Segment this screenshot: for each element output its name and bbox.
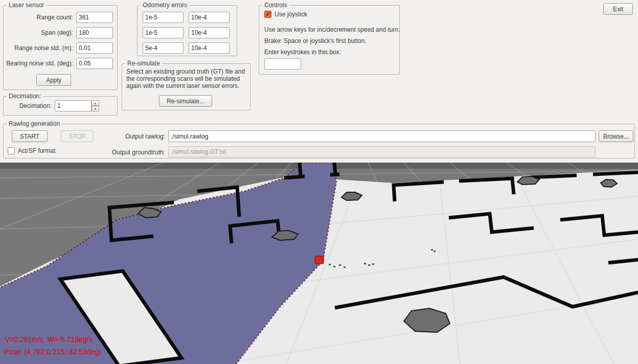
decimation-row: Decimation: ▴ ▾: [8, 100, 113, 111]
controls-group: Controls Use joystick Use arrow keys for…: [259, 5, 400, 75]
output-rawlog-label: Output rawlog:: [101, 133, 165, 140]
decimation-input[interactable]: [55, 100, 92, 111]
controls-hint-arrows: Use arrow keys for inc/decrement speed a…: [264, 26, 400, 33]
resimulate-group: Re-simulate Select an existing ground tr…: [122, 63, 250, 110]
odometry-row-3: [143, 42, 230, 54]
use-joystick-row: Use joystick: [264, 11, 307, 18]
span-row: Span (deg):: [8, 27, 113, 38]
odometry-input-1b[interactable]: [189, 12, 230, 23]
robot-simulator-window: Laser sensor Range count: Span (deg): Ra…: [0, 0, 638, 364]
bearing-noise-label: Bearing noise std. (deg):: [6, 60, 73, 67]
decimation-label: Decimation:: [8, 102, 52, 109]
output-groundtruth-input: [168, 146, 596, 157]
decimation-spinner: ▴ ▾: [92, 100, 99, 111]
odometry-input-3b[interactable]: [189, 42, 230, 54]
resimulate-button[interactable]: Re-simulate...: [159, 95, 212, 107]
range-noise-label: Range noise std. (m):: [14, 44, 73, 52]
range-noise-row: Range noise std. (m):: [8, 42, 113, 54]
apply-button[interactable]: Apply: [36, 74, 71, 86]
range-count-label: Range count:: [37, 14, 73, 21]
laser-sensor-group: Laser sensor Range count: Span (deg): Ra…: [3, 5, 118, 90]
odometry-row-1: [143, 12, 230, 23]
span-label: Span (deg):: [41, 29, 73, 36]
odometry-input-2b[interactable]: [189, 27, 230, 38]
resimulate-title: Re-simulate: [125, 60, 162, 67]
bearing-noise-row: Bearing noise std. (deg):: [8, 58, 113, 69]
decimation-group: Decimation: Decimation: ▴ ▾: [3, 96, 118, 116]
keystroke-input[interactable]: [264, 58, 301, 70]
odometry-errors-title: Odometry errors: [141, 2, 189, 9]
odometry-input-3a[interactable]: [143, 42, 184, 54]
controls-hint-keystrokes: Enter keystrokes in this box:: [264, 49, 341, 56]
range-count-input[interactable]: [76, 12, 113, 23]
scene-canvas: [0, 163, 638, 364]
actsf-label: Act/SF format: [18, 147, 55, 154]
browse-button[interactable]: Browse...: [599, 130, 633, 142]
output-groundtruth-label: Output groundtruth:: [101, 149, 165, 156]
range-noise-input[interactable]: [76, 42, 113, 54]
odometry-errors-group: Odometry errors: [137, 5, 237, 56]
hud-pose-readout: Pose: (4.762,0.215,-32.53deg): [4, 348, 101, 356]
rawlog-generation-title: Rawlog generation: [7, 120, 62, 127]
controls-hint-brake: Brake: Space or joystick's first button.: [264, 37, 367, 44]
start-button[interactable]: START: [12, 130, 48, 142]
span-input[interactable]: [76, 27, 113, 38]
laser-sensor-title: Laser sensor: [7, 2, 46, 9]
stop-button: STOP: [61, 130, 94, 142]
bearing-noise-input[interactable]: [76, 58, 113, 69]
simulation-3d-view[interactable]: V=0.291m/s W=-5.71deg/s Pose: (4.762,0.2…: [0, 163, 638, 364]
decimation-spin-up-icon[interactable]: ▴: [92, 100, 99, 106]
robot-marker: [315, 256, 324, 264]
exit-button[interactable]: Exit: [603, 3, 633, 15]
use-joystick-checkbox[interactable]: [264, 11, 271, 18]
hud-velocity-readout: V=0.291m/s W=-5.71deg/s: [5, 335, 92, 344]
controls-title: Controls: [262, 2, 289, 9]
range-count-row: Range count:: [8, 12, 113, 23]
odometry-input-1a[interactable]: [143, 12, 184, 23]
output-rawlog-input[interactable]: [168, 130, 596, 142]
actsf-row: Act/SF format: [8, 147, 55, 154]
odometry-row-2: [143, 27, 230, 38]
actsf-checkbox[interactable]: [8, 147, 15, 154]
rawlog-generation-group: Rawlog generation START STOP Output rawl…: [3, 124, 635, 158]
decimation-group-title: Decimation:: [7, 93, 43, 100]
use-joystick-label: Use joystick: [275, 11, 307, 18]
resimulate-description: Select an existing ground truth (GT) fil…: [126, 68, 246, 89]
odometry-input-2a[interactable]: [143, 27, 184, 38]
decimation-spin-down-icon[interactable]: ▾: [92, 106, 99, 111]
